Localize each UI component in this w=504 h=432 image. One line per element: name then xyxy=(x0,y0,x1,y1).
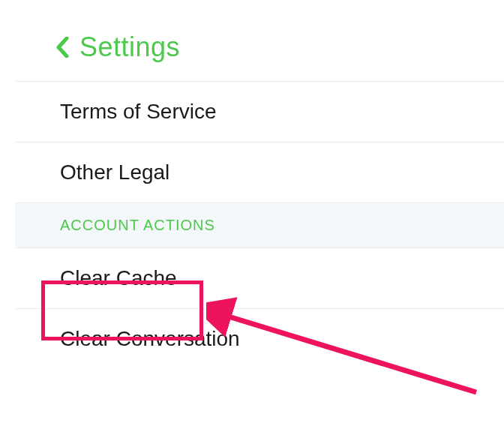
settings-screen: Settings Terms of Service Other Legal AC… xyxy=(0,0,504,374)
list-item-terms-of-service[interactable]: Terms of Service xyxy=(15,81,504,142)
list-item-clear-cache[interactable]: Clear Cache xyxy=(15,248,504,308)
list-item-label: Terms of Service xyxy=(60,100,217,123)
list-item-clear-conversation[interactable]: Clear Conversation xyxy=(15,308,504,374)
section-header-label: ACCOUNT ACTIONS xyxy=(60,217,215,233)
list-item-other-legal[interactable]: Other Legal xyxy=(15,142,504,202)
back-icon[interactable] xyxy=(56,37,69,58)
list-item-label: Other Legal xyxy=(60,160,170,184)
list-item-label: Clear Cache xyxy=(60,266,177,290)
page-title: Settings xyxy=(80,32,180,63)
header-bar: Settings xyxy=(15,22,504,81)
list-item-label: Clear Conversation xyxy=(60,327,240,350)
section-header-account-actions: ACCOUNT ACTIONS xyxy=(15,202,504,248)
